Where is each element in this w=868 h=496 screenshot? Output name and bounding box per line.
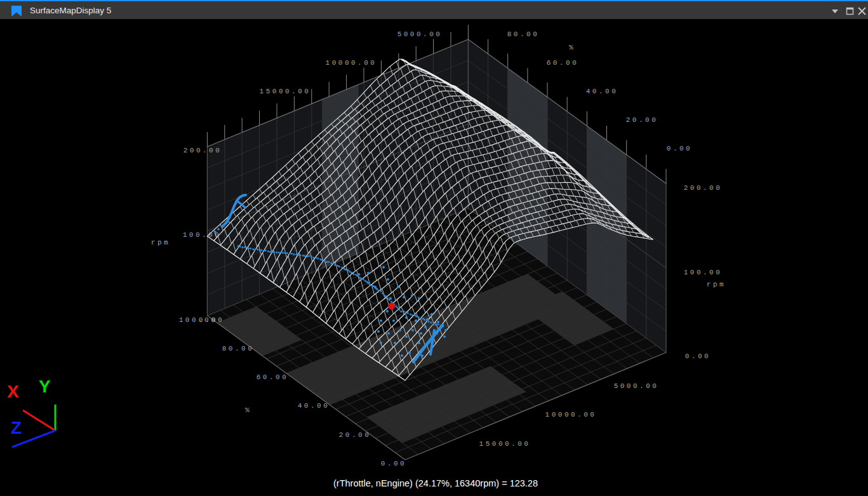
svg-text:0.00: 0.00 [667,145,692,152]
svg-text:5000.00: 5000.00 [614,382,659,390]
svg-text:20.00: 20.00 [339,431,371,439]
svg-text:15000.00: 15000.00 [260,88,311,95]
svg-text:0.00: 0.00 [381,460,406,467]
svg-text:20.00: 20.00 [626,116,658,124]
svg-text:200.00: 200.00 [684,184,723,192]
svg-text:rpm: rpm [707,281,726,288]
svg-text:0.00: 0.00 [199,316,224,324]
svg-text:100.00: 100.00 [684,269,723,276]
svg-text:rpm: rpm [151,239,170,246]
svg-text:10000.00: 10000.00 [326,59,377,67]
svg-text:60.00: 60.00 [547,59,579,67]
svg-text:200.00: 200.00 [184,147,222,154]
svg-text:0.00: 0.00 [685,352,711,360]
svg-text:%: % [245,406,251,414]
svg-text:60.00: 60.00 [257,373,289,381]
svg-text:(rThrottle, nEngine) (24.17%,: (rThrottle, nEngine) (24.17%, 16340rpm) … [333,478,538,488]
svg-text:Y: Y [39,377,51,396]
svg-text:40.00: 40.00 [586,88,618,95]
svg-text:80.00: 80.00 [507,30,540,38]
svg-text:80.00: 80.00 [222,345,255,352]
svg-text:Z: Z [11,418,22,438]
svg-text:5000.00: 5000.00 [397,30,443,38]
svg-text:15000.00: 15000.00 [479,440,531,448]
svg-text:X: X [7,382,19,401]
svg-text:40.00: 40.00 [298,402,330,410]
svg-text:10000.00: 10000.00 [545,411,597,419]
svg-text:%: % [569,44,575,51]
